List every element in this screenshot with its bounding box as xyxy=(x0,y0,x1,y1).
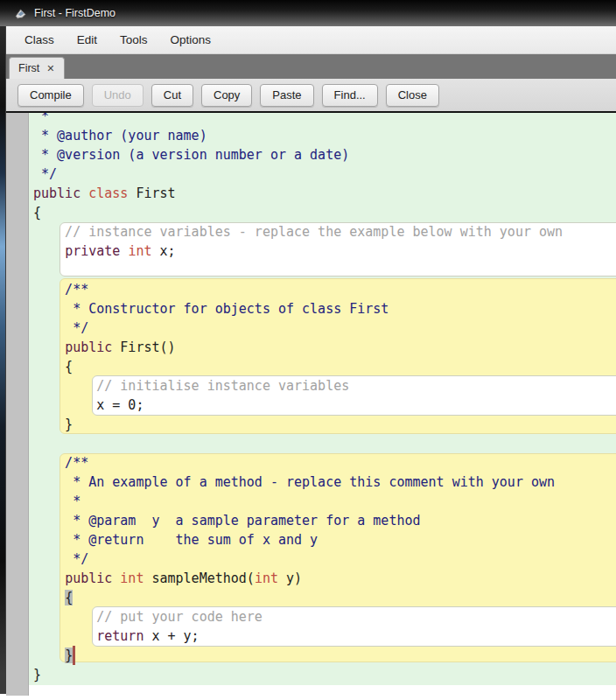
paste-button[interactable]: Paste xyxy=(260,84,313,107)
toolbar: CompileUndoCutCopyPasteFind...Close xyxy=(6,79,616,111)
copy-button[interactable]: Copy xyxy=(201,84,252,107)
code-line[interactable]: */ xyxy=(33,318,616,338)
code-line[interactable]: return x + y; xyxy=(33,626,616,646)
title-bar[interactable]: First - FirstDemo xyxy=(0,0,616,26)
tab-close-icon[interactable]: ✕ xyxy=(46,64,54,74)
code-line[interactable]: { xyxy=(33,588,616,607)
code-line[interactable]: /** xyxy=(33,280,616,299)
compile-button[interactable]: Compile xyxy=(18,84,84,107)
code-line[interactable]: // put your code here xyxy=(33,607,616,626)
editor-window: First - FirstDemo ClassEditToolsOptions … xyxy=(0,0,616,700)
code-line[interactable]: * @param y a sample parameter for a meth… xyxy=(33,511,616,530)
menu-bar: ClassEditToolsOptions xyxy=(6,26,616,54)
code-line[interactable]: */ xyxy=(33,164,616,184)
code-line[interactable]: * xyxy=(33,492,616,511)
code-line[interactable]: * An example of a method - replace this … xyxy=(33,472,616,492)
window-title: First - FirstDemo xyxy=(34,7,116,19)
code-line[interactable]: { xyxy=(33,203,616,222)
menu-item-class[interactable]: Class xyxy=(24,33,54,46)
code-line[interactable]: x = 0; xyxy=(33,396,616,415)
cut-button[interactable]: Cut xyxy=(151,84,193,107)
code-line[interactable]: } xyxy=(33,665,616,684)
tab-first[interactable]: First ✕ xyxy=(9,57,65,79)
code-line[interactable] xyxy=(33,261,616,280)
code-line[interactable]: // instance variables - replace the exam… xyxy=(33,222,616,242)
code-line[interactable]: * xyxy=(33,113,616,126)
code-line[interactable]: */ xyxy=(33,550,616,569)
find-button[interactable]: Find... xyxy=(322,84,378,107)
code-line[interactable]: * @version (a version number or a date) xyxy=(33,145,616,164)
code-line[interactable]: private int x; xyxy=(33,242,616,261)
menu-item-edit[interactable]: Edit xyxy=(77,33,97,46)
editor-gutter[interactable] xyxy=(6,113,29,696)
code-line[interactable]: * @return the sum of x and y xyxy=(33,530,616,550)
menu-item-tools[interactable]: Tools xyxy=(120,33,148,46)
code-line[interactable]: * Constructor for objects of class First xyxy=(33,299,616,318)
tab-label: First xyxy=(18,62,39,74)
code-line[interactable]: } xyxy=(33,415,616,434)
code-line[interactable]: // initialise instance variables xyxy=(33,376,616,396)
menu-item-options[interactable]: Options xyxy=(171,33,212,46)
code-line[interactable]: public First() xyxy=(33,338,616,357)
code-line[interactable]: public class First xyxy=(33,184,616,203)
code-line[interactable] xyxy=(33,434,616,453)
tab-strip: First ✕ xyxy=(6,54,616,79)
code-line[interactable]: { xyxy=(33,357,616,376)
code-line[interactable]: * @author (your name) xyxy=(33,126,616,145)
undo-button[interactable]: Undo xyxy=(92,84,144,107)
code-line[interactable]: public int sampleMethod(int y) xyxy=(33,569,616,588)
code-editor[interactable]: * * @author (your name) * @version (a ve… xyxy=(29,113,616,685)
app-icon[interactable] xyxy=(14,7,27,20)
close-button[interactable]: Close xyxy=(386,84,439,107)
code-line[interactable]: /** xyxy=(33,453,616,472)
window-left-frame xyxy=(0,26,6,694)
code-line[interactable]: } xyxy=(33,646,616,665)
text-caret xyxy=(73,646,75,665)
